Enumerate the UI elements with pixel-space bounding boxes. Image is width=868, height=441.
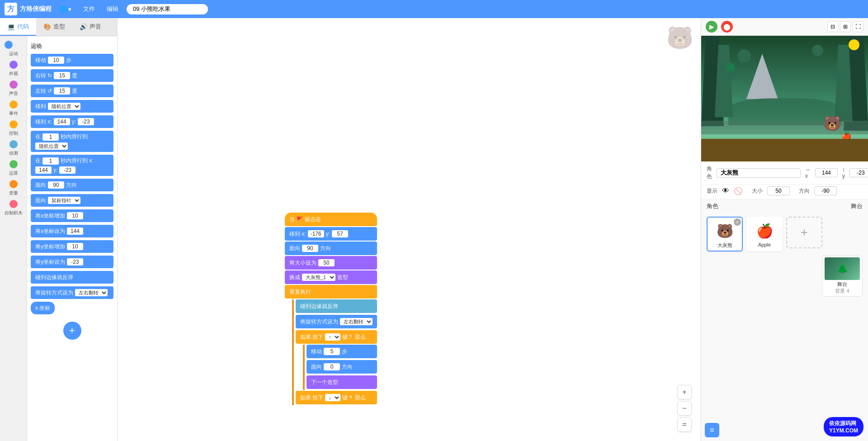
left-panel: 💻 代码 🎨 造型 🔊 声音 运动 bbox=[0, 18, 118, 441]
cat-operators-label: 运算 bbox=[0, 170, 27, 176]
stage-bg-count: 背景 4 bbox=[835, 288, 849, 294]
mountain bbox=[746, 54, 778, 99]
s-block-forever[interactable]: 重复执行 bbox=[285, 285, 377, 299]
blocks-area: 运动 移动 步 右转 ↻ 度 左转 ↺ 度 移到 随机位置 移到 x: y: bbox=[27, 36, 117, 441]
block-change-y[interactable]: 将y坐标增加 bbox=[31, 240, 113, 253]
block-bounce[interactable]: 碰到边缘就反弹 bbox=[31, 271, 113, 284]
tree-circle-1 bbox=[737, 49, 751, 63]
zoom-reset-button[interactable]: = bbox=[677, 417, 692, 432]
cat-control[interactable] bbox=[0, 118, 27, 131]
hide-button[interactable]: 🚫 bbox=[734, 187, 743, 195]
sprite-name-input[interactable] bbox=[717, 168, 801, 178]
s-block-bounce[interactable]: 碰到边缘就反弹 bbox=[296, 299, 377, 313]
block-x-reporter[interactable]: x 坐标 bbox=[31, 302, 55, 314]
s-block-if1[interactable]: 如果 按下 ↑ 键？ 那么 bbox=[296, 330, 377, 344]
stage-normal-view-button[interactable]: ⊞ bbox=[840, 21, 851, 32]
sprites-list: × 🐻 大灰熊 🍎 Apple + 🌲 舞台 背景 4 bbox=[701, 213, 868, 419]
cat-sensing-label: 侦测 bbox=[0, 150, 27, 156]
block-rotation-style[interactable]: 将旋转方式设为 左右翻转 bbox=[31, 286, 113, 299]
block-set-x[interactable]: 将x坐标设为 bbox=[31, 225, 113, 237]
canvas-area[interactable]: 🐻 当 🚩 被点击 移到 x: y: 面向 方向 bbox=[118, 18, 701, 441]
zoom-out-button[interactable]: − bbox=[677, 401, 692, 416]
sprites-section-label: 角色 bbox=[707, 202, 718, 210]
sprite-card-bear[interactable]: × 🐻 大灰熊 bbox=[707, 217, 743, 251]
canvas-sprite-indicator: 🐻 bbox=[666, 25, 693, 51]
cat-custom-label: 自制积木 bbox=[0, 210, 27, 216]
block-move[interactable]: 移动 步 bbox=[31, 54, 113, 66]
cat-looks[interactable] bbox=[0, 58, 27, 71]
add-sprite-button[interactable]: + bbox=[63, 322, 81, 340]
script-container: 当 🚩 被点击 移到 x: y: 面向 方向 将大小设为 bbox=[285, 213, 377, 405]
main-area: 💻 代码 🎨 造型 🔊 声音 运动 bbox=[0, 18, 868, 441]
sprites-section: 角色 舞台 × 🐻 大灰熊 🍎 Apple + bbox=[701, 199, 868, 419]
zoom-in-button[interactable]: + bbox=[677, 385, 692, 399]
logo-text: 方格侠编程 bbox=[20, 5, 52, 13]
size-label: 大小 bbox=[752, 187, 763, 195]
cat-events[interactable] bbox=[0, 98, 27, 111]
s-block-moveto[interactable]: 移到 x: y: bbox=[285, 227, 377, 241]
cat-custom[interactable] bbox=[0, 197, 27, 211]
cat-motion[interactable] bbox=[0, 38, 27, 52]
s-block-if1-wrap: 如果 按下 ↑ 键？ 那么 移动 步 面向 方向 下一个造型 bbox=[296, 330, 377, 390]
s-block-forever-wrap: 重复执行 碰到边缘就反弹 将旋转方式设为 左右翻转 如果 按下 ↑ 键？ 那么 bbox=[285, 285, 377, 405]
block-glide-random[interactable]: 在 秒内滑行到 随机位置 bbox=[31, 131, 113, 152]
globe-menu[interactable]: 🌐 ▾ bbox=[56, 4, 75, 14]
block-set-y[interactable]: 将y坐标设为 bbox=[31, 256, 113, 268]
logo-icon: 方 bbox=[5, 3, 17, 15]
stage-thumb[interactable]: 🌲 舞台 背景 4 bbox=[822, 255, 863, 297]
cat-variables[interactable] bbox=[0, 177, 27, 191]
s-block-face0[interactable]: 面向 方向 bbox=[307, 360, 377, 374]
block-change-x[interactable]: 将x坐标增加 bbox=[31, 209, 113, 222]
s-block-hat[interactable]: 当 🚩 被点击 bbox=[285, 213, 377, 226]
cat-sound[interactable] bbox=[0, 78, 27, 91]
sprite-y-input[interactable] bbox=[849, 168, 868, 177]
block-turn-left[interactable]: 左转 ↺ 度 bbox=[31, 85, 113, 97]
file-menu[interactable]: 文件 bbox=[80, 3, 99, 15]
block-face-direction[interactable]: 面向 方向 bbox=[31, 179, 113, 191]
tab-sound[interactable]: 🔊 声音 bbox=[72, 18, 108, 36]
project-name-input[interactable] bbox=[127, 4, 208, 14]
sprite-x-input[interactable] bbox=[815, 168, 838, 177]
globe-arrow: ▾ bbox=[68, 6, 71, 13]
s-block-face[interactable]: 面向 方向 bbox=[285, 242, 377, 255]
s-block-setsize[interactable]: 将大小设为 bbox=[285, 256, 377, 270]
s-block-nextcostume[interactable]: 下一个造型 bbox=[307, 375, 377, 389]
cat-sensing[interactable] bbox=[0, 138, 27, 151]
edit-menu[interactable]: 编辑 bbox=[103, 3, 122, 15]
stage-section-header: 舞台 bbox=[851, 202, 863, 210]
tab-costume[interactable]: 🎨 造型 bbox=[36, 18, 72, 36]
block-goto-xy[interactable]: 移到 x: y: bbox=[31, 115, 113, 128]
s-block-if2[interactable]: 如果 按下 ↓ 键？ 那么 bbox=[296, 391, 377, 404]
cat-events-label: 事件 bbox=[0, 110, 27, 117]
green-flag-button[interactable]: ▶ bbox=[706, 21, 717, 33]
cat-operators[interactable] bbox=[0, 157, 27, 171]
cat-sound-label: 声音 bbox=[0, 90, 27, 97]
add-sprite-plus-button[interactable]: + bbox=[786, 217, 822, 248]
tab-sound-label: 声音 bbox=[90, 23, 101, 31]
show-button[interactable]: 👁 bbox=[722, 187, 729, 195]
s-block-rotation[interactable]: 将旋转方式设为 左右翻转 bbox=[296, 315, 377, 328]
sprite-delete-bear[interactable]: × bbox=[734, 218, 741, 226]
sound-tab-icon: 🔊 bbox=[80, 23, 87, 30]
sprite-direction-input[interactable] bbox=[814, 186, 837, 195]
stop-button[interactable]: ⬤ bbox=[721, 21, 733, 33]
block-turn-right[interactable]: 右转 ↻ 度 bbox=[31, 69, 113, 82]
stage-fullscreen-button[interactable]: ⛶ bbox=[853, 21, 863, 32]
nav-button[interactable]: ≡ bbox=[705, 423, 719, 437]
script-block-main: 当 🚩 被点击 移到 x: y: 面向 方向 将大小设为 bbox=[285, 213, 377, 405]
cat-motion-label: 运动 bbox=[0, 51, 27, 57]
right-panel: ▶ ⬤ ⊟ ⊞ ⛶ 🐻 🍎 bbox=[701, 18, 868, 441]
cat-sound-dot bbox=[9, 81, 18, 89]
s-block-move5[interactable]: 移动 步 bbox=[307, 345, 377, 358]
block-face-mouse[interactable]: 面向 鼠标指针 bbox=[31, 194, 113, 207]
block-goto-random[interactable]: 移到 随机位置 bbox=[31, 100, 113, 113]
direction-label: 方向 bbox=[799, 187, 810, 195]
stage-small-view-button[interactable]: ⊟ bbox=[827, 21, 838, 32]
s-block-costume[interactable]: 换成 大灰熊_1 造型 bbox=[285, 270, 377, 284]
cat-looks-label: 外观 bbox=[0, 71, 27, 77]
block-glide-xy[interactable]: 在 秒内滑行到 x: y: bbox=[31, 155, 113, 176]
sprite-card-apple[interactable]: 🍎 Apple bbox=[746, 217, 783, 251]
cat-looks-dot bbox=[9, 61, 18, 69]
sprite-size-input[interactable] bbox=[767, 186, 790, 195]
tab-code[interactable]: 💻 代码 bbox=[0, 18, 36, 36]
